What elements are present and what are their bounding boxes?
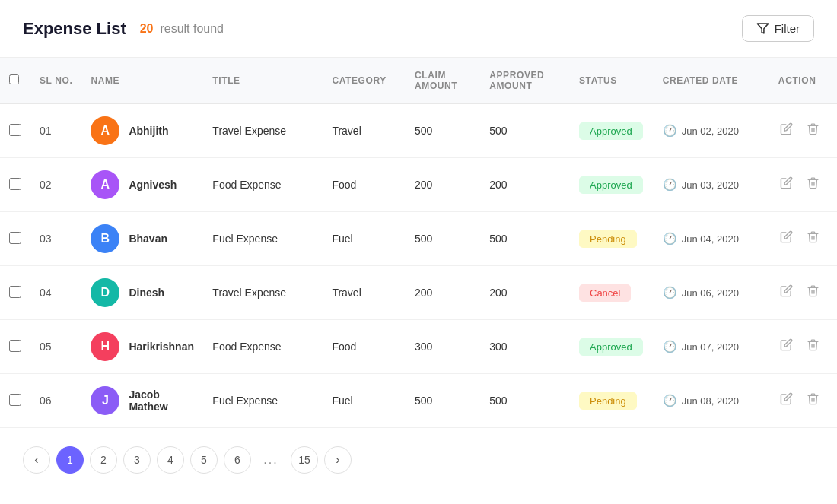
row-status: Pending [570,374,654,428]
col-header-checkbox [0,58,30,104]
row-date: 🕐 Jun 03, 2020 [654,158,769,212]
row-name-cell: B Bhavan [81,212,203,266]
edit-button[interactable] [778,337,794,357]
pagination-page-6[interactable]: 6 [224,446,251,474]
date-cell: 🕐 Jun 08, 2020 [663,394,760,407]
pagination-prev[interactable]: ‹ [23,446,50,474]
row-claim: 500 [406,104,480,158]
row-title: Fuel Expense [203,212,323,266]
clock-icon: 🕐 [663,124,677,138]
pagination-page-5[interactable]: 5 [190,446,218,474]
delete-button[interactable] [805,121,821,141]
date-cell: 🕐 Jun 02, 2020 [663,124,760,138]
row-action [769,212,837,266]
pagination-page-15[interactable]: 15 [291,446,318,474]
row-checkbox-cell[interactable] [0,104,30,158]
row-claim: 500 [406,374,480,428]
col-header-claim: CLAIMAMOUNT [406,58,480,104]
edit-button[interactable] [778,175,794,195]
pagination-page-2[interactable]: 2 [90,446,117,474]
row-checkbox-cell[interactable] [0,320,30,374]
pagination-page-1[interactable]: 1 [56,446,84,474]
row-checkbox-cell[interactable] [0,212,30,266]
edit-button[interactable] [778,283,794,303]
name-cell: J Jacob Mathew [91,386,194,415]
row-checkbox[interactable] [9,178,21,190]
trash-icon [807,338,819,351]
row-status: Pending [570,212,654,266]
delete-button[interactable] [805,391,821,410]
result-found: 20 result found [140,22,224,36]
row-checkbox-cell[interactable] [0,158,30,212]
row-approved: 200 [480,266,570,320]
table-wrapper: SL NO. NAME TITLE CATEGORY CLAIMAMOUNT A… [0,58,837,428]
name-text: Harikrishnan [129,341,194,353]
name-cell: A Abhijith [91,116,194,145]
table-row: 03 B Bhavan Fuel Expense Fuel 500 500 Pe… [0,212,837,266]
col-header-category: CATEGORY [323,58,406,104]
row-checkbox-cell[interactable] [0,266,30,320]
col-header-slno: SL NO. [30,58,81,104]
row-slno: 02 [30,158,81,212]
edit-icon [780,338,793,351]
table-row: 01 A Abhijith Travel Expense Travel 500 … [0,104,837,158]
row-checkbox[interactable] [9,394,21,406]
avatar: H [91,332,119,361]
edit-icon [780,392,793,405]
row-category: Fuel [323,212,406,266]
edit-icon [780,122,793,135]
name-cell: D Dinesh [91,278,194,307]
action-cell [778,121,828,141]
row-checkbox-cell[interactable] [0,374,30,428]
select-all-checkbox[interactable] [9,74,19,84]
name-text: Agnivesh [129,179,177,191]
delete-button[interactable] [805,283,821,303]
date-text: Jun 06, 2020 [682,287,739,299]
row-category: Food [323,158,406,212]
row-checkbox[interactable] [9,124,21,136]
filter-button[interactable]: Filter [742,15,814,42]
delete-button[interactable] [805,337,821,357]
edit-icon [780,284,793,297]
delete-button[interactable] [805,229,821,249]
row-checkbox[interactable] [9,286,21,298]
table-header: SL NO. NAME TITLE CATEGORY CLAIMAMOUNT A… [0,58,837,104]
filter-icon [756,22,769,35]
page-wrapper: Expense List 20 result found Filter SL N… [0,0,837,504]
date-text: Jun 03, 2020 [682,179,739,191]
pagination-next[interactable]: › [324,446,352,474]
result-label: result found [160,22,224,35]
row-claim: 300 [406,320,480,374]
row-checkbox[interactable] [9,340,21,352]
clock-icon: 🕐 [663,394,677,407]
avatar: J [91,386,119,415]
action-cell [778,175,828,195]
result-count: 20 [140,22,154,35]
row-action [769,374,837,428]
delete-button[interactable] [805,175,821,195]
table-row: 02 A Agnivesh Food Expense Food 200 200 … [0,158,837,212]
clock-icon: 🕐 [663,286,677,300]
clock-icon: 🕐 [663,232,677,246]
row-name-cell: D Dinesh [81,266,203,320]
edit-button[interactable] [778,121,794,141]
action-cell [778,283,828,303]
pagination-page-3[interactable]: 3 [123,446,151,474]
row-title: Fuel Expense [203,374,323,428]
pagination-page-4[interactable]: 4 [157,446,184,474]
edit-button[interactable] [778,391,794,410]
avatar: A [91,116,119,145]
table-row: 04 D Dinesh Travel Expense Travel 200 20… [0,266,837,320]
page-title: Expense List [23,19,126,39]
row-action [769,320,837,374]
date-text: Jun 07, 2020 [682,341,739,353]
row-claim: 200 [406,158,480,212]
edit-button[interactable] [778,229,794,249]
row-name-cell: A Abhijith [81,104,203,158]
name-cell: B Bhavan [91,224,194,253]
row-slno: 06 [30,374,81,428]
row-checkbox[interactable] [9,232,21,244]
name-text: Dinesh [129,287,164,299]
row-date: 🕐 Jun 02, 2020 [654,104,769,158]
trash-icon [807,230,819,243]
